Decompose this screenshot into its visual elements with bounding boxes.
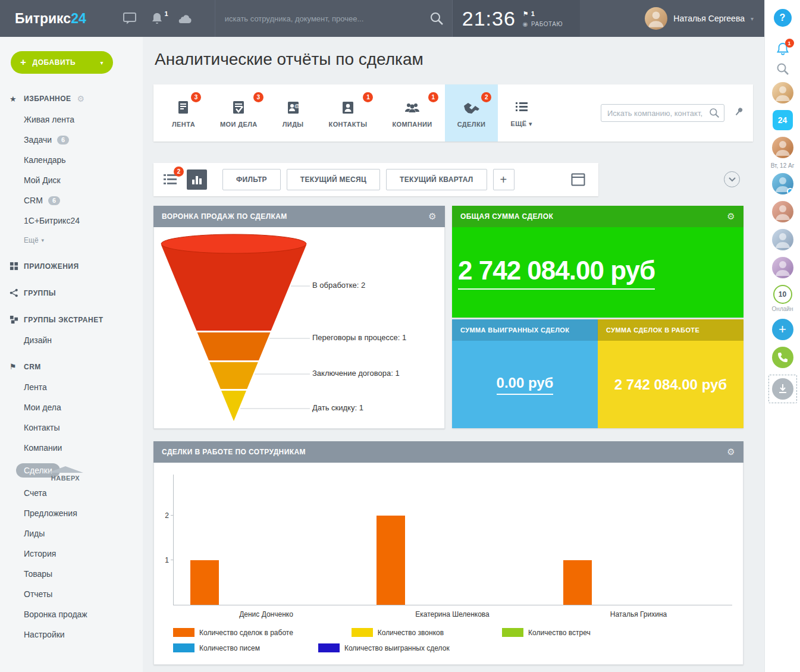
avatar[interactable] bbox=[772, 257, 793, 278]
funnel-stage-label[interactable]: Заключение договора: 1 bbox=[312, 369, 400, 378]
search-icon[interactable] bbox=[709, 108, 720, 121]
sidebar-section-groups[interactable]: ГРУППЫ bbox=[0, 282, 143, 303]
sales-funnel-widget: ВОРОНКА ПРОДАЖ ПО СДЕЛКАМ ⚙ bbox=[153, 206, 445, 429]
gear-icon[interactable]: ⚙ bbox=[428, 211, 437, 222]
total-sum-value[interactable]: 2 742 084.00 руб bbox=[458, 256, 655, 290]
sidebar-item[interactable]: Дизайн bbox=[0, 330, 143, 350]
notifications-bell-icon[interactable]: 1 bbox=[152, 12, 162, 24]
legend-swatch bbox=[173, 628, 194, 637]
back-to-top-button[interactable]: НАВЕРХ bbox=[48, 466, 83, 482]
avatar[interactable] bbox=[772, 82, 793, 103]
sidebar-item-label: Лиды bbox=[24, 529, 45, 538]
download-button[interactable] bbox=[772, 378, 793, 400]
legend-item: Количество встреч bbox=[502, 628, 591, 637]
filter-button[interactable]: ФИЛЬТР bbox=[222, 169, 281, 190]
search-icon[interactable] bbox=[429, 11, 444, 26]
filter-buttons: ФИЛЬТРТЕКУЩИЙ МЕСЯЦТЕКУЩИЙ КВАРТАЛ+ bbox=[222, 169, 514, 190]
avatar[interactable] bbox=[772, 201, 793, 222]
funnel-stage-label[interactable]: Дать скидку: 1 bbox=[312, 403, 363, 412]
sidebar-item[interactable]: Счета bbox=[0, 483, 143, 503]
won-sum-value[interactable]: 0.00 руб bbox=[497, 375, 554, 395]
logo[interactable]: Битрикс24 bbox=[15, 11, 86, 27]
global-search bbox=[215, 0, 453, 37]
chat-icon[interactable] bbox=[123, 12, 136, 24]
add-preset-button[interactable]: + bbox=[493, 169, 514, 190]
sidebar-item[interactable]: Отчеты bbox=[0, 584, 143, 604]
pin-icon[interactable] bbox=[733, 106, 745, 120]
tab-my-activities[interactable]: 3МОИ ДЕЛА bbox=[208, 84, 270, 142]
sidebar-item[interactable]: Календарь bbox=[0, 150, 143, 170]
bar[interactable] bbox=[377, 516, 405, 605]
bar[interactable] bbox=[563, 560, 592, 605]
count-badge: 6 bbox=[57, 136, 69, 145]
tab-companies[interactable]: 1КОМПАНИИ bbox=[379, 84, 444, 142]
collapse-button[interactable] bbox=[724, 171, 740, 187]
avatar[interactable] bbox=[772, 137, 793, 158]
current-month-button[interactable]: ТЕКУЩИЙ МЕСЯЦ bbox=[287, 169, 380, 190]
sidebar-item[interactable]: Мои дела bbox=[0, 397, 143, 417]
bar-category-label: Денис Донченко bbox=[173, 610, 359, 618]
sidebar-section-favorites[interactable]: ★ ИЗБРАННОЕ ⚙ bbox=[0, 88, 143, 109]
sidebar-section-crm[interactable]: ⚑ CRM bbox=[0, 356, 143, 377]
tab-label: ЛИДЫ bbox=[283, 121, 304, 128]
tab-more[interactable]: ЕЩЁ ▾ bbox=[498, 84, 544, 142]
sidebar-item[interactable]: Товары bbox=[0, 564, 143, 584]
messenger-badge[interactable]: 24 bbox=[773, 110, 793, 130]
sidebar-item[interactable]: Предложения bbox=[0, 503, 143, 523]
tab-label: КОМПАНИИ bbox=[392, 121, 432, 128]
calendar-icon[interactable] bbox=[571, 173, 585, 186]
sidebar-item-label: Компании bbox=[24, 443, 62, 453]
sidebar-item[interactable]: Компании bbox=[0, 438, 143, 458]
gear-icon[interactable]: ⚙ bbox=[727, 447, 735, 457]
entity-search-input[interactable] bbox=[601, 104, 724, 122]
tab-contacts[interactable]: 1КОНТАКТЫ bbox=[316, 84, 380, 142]
sum-widgets: ОБЩАЯ СУММА СДЕЛОК ⚙ 2 742 084.00 руб СУ… bbox=[452, 206, 743, 429]
sidebar-item[interactable]: История bbox=[0, 544, 143, 564]
time-tracker-status: ⚑ 1 ◉ РАБОТАЮ bbox=[523, 10, 563, 27]
online-count[interactable]: 10 bbox=[773, 285, 792, 304]
sidebar-item[interactable]: Настройки bbox=[0, 624, 143, 645]
phone-button[interactable] bbox=[772, 347, 793, 368]
help-button[interactable]: ? bbox=[774, 9, 792, 27]
global-search-input[interactable] bbox=[224, 14, 429, 24]
avatar[interactable] bbox=[772, 173, 793, 194]
sidebar-item[interactable]: Мой Диск bbox=[0, 170, 143, 190]
sidebar-item[interactable]: Задачи6 bbox=[0, 130, 143, 150]
gear-icon[interactable]: ⚙ bbox=[77, 94, 85, 103]
extranet-list: Дизайн bbox=[0, 330, 143, 350]
chart-view-toggle[interactable] bbox=[187, 169, 207, 190]
total-sum-widget: ОБЩАЯ СУММА СДЕЛОК ⚙ 2 742 084.00 руб bbox=[452, 206, 743, 318]
sidebar-item[interactable]: Контакты bbox=[0, 417, 143, 438]
cloud-icon[interactable] bbox=[178, 14, 192, 24]
tasks-icon bbox=[231, 99, 246, 115]
tab-deals[interactable]: 2СДЕЛКИ bbox=[445, 84, 498, 142]
time-tracker[interactable]: 21:36 ⚑ 1 ◉ РАБОТАЮ bbox=[453, 0, 580, 37]
bar[interactable] bbox=[190, 560, 219, 605]
sidebar-item[interactable]: 1С+Битрикс24 bbox=[0, 211, 143, 231]
avatar[interactable] bbox=[772, 229, 793, 250]
funnel-stage-label[interactable]: В обработке: 2 bbox=[312, 281, 365, 290]
notifications-bell-icon[interactable]: 1 bbox=[776, 42, 790, 56]
legend-swatch bbox=[502, 628, 523, 637]
sidebar-item[interactable]: Живая лента bbox=[0, 109, 143, 130]
sidebar-section-apps[interactable]: ПРИЛОЖЕНИЯ bbox=[0, 256, 143, 277]
list-view-toggle[interactable]: 2 bbox=[162, 171, 178, 188]
sidebar-item[interactable]: CRM6 bbox=[0, 190, 143, 211]
in-work-sum-value[interactable]: 2 742 084.00 руб bbox=[614, 376, 727, 393]
widget-title: СУММА ВЫИГРАННЫХ СДЕЛОК bbox=[460, 326, 569, 334]
sidebar-item[interactable]: Воронка продаж bbox=[0, 604, 143, 624]
in-work-sum-widget: СУММА СДЕЛОК В РАБОТЕ 2 742 084.00 руб bbox=[598, 319, 743, 428]
sidebar-section-extranet[interactable]: ГРУППЫ ЭКСТРАНЕТ bbox=[0, 309, 143, 330]
sidebar-item[interactable]: Лиды bbox=[0, 523, 143, 544]
add-button[interactable]: + ДОБАВИТЬ ▾ bbox=[11, 51, 113, 74]
search-icon[interactable] bbox=[776, 62, 789, 76]
invite-button[interactable]: + bbox=[772, 319, 793, 340]
tab-leads[interactable]: @ЛИДЫ bbox=[270, 84, 316, 142]
tab-feed[interactable]: 3ЛЕНТА bbox=[159, 84, 208, 142]
funnel-stage-label[interactable]: Переговоры в процессе: 1 bbox=[312, 333, 406, 342]
gear-icon[interactable]: ⚙ bbox=[727, 211, 735, 222]
sidebar-item[interactable]: Лента bbox=[0, 377, 143, 397]
user-menu[interactable]: Наталья Сергеева ▾ bbox=[645, 7, 764, 30]
sidebar-item[interactable]: Ещё▾ bbox=[0, 231, 143, 250]
current-quarter-button[interactable]: ТЕКУЩИЙ КВАРТАЛ bbox=[386, 169, 487, 190]
